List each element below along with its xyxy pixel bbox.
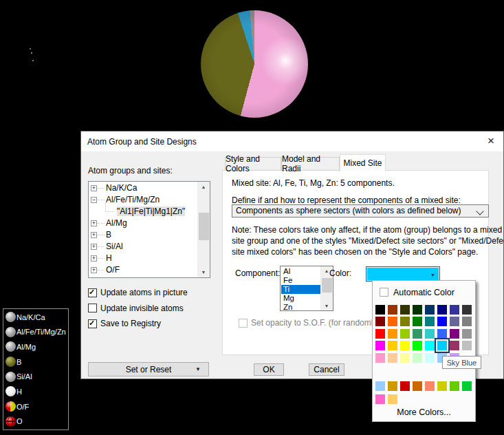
color-swatch[interactable] [400, 353, 410, 363]
color-swatch[interactable] [437, 329, 447, 339]
color-swatch[interactable] [462, 317, 472, 326]
color-swatch[interactable] [437, 305, 447, 315]
expand-icon[interactable]: + [91, 185, 97, 191]
color-swatch[interactable] [462, 381, 472, 391]
legend-item: O [6, 416, 68, 427]
color-swatch[interactable] [375, 381, 385, 391]
tree-item-label: Si/Al [106, 242, 123, 251]
color-swatch[interactable] [425, 381, 435, 391]
scrollbar-thumb[interactable] [199, 213, 209, 240]
tree-item[interactable]: +O/F [89, 264, 198, 276]
tree-item-label: O/F [106, 265, 120, 275]
color-swatch[interactable] [375, 394, 385, 404]
component-option[interactable]: Fe [281, 276, 321, 285]
color-swatch[interactable] [450, 341, 459, 350]
checkbox-row: Update atoms in picture [88, 288, 188, 297]
color-swatch-selected[interactable] [437, 341, 447, 350]
olive-sphere-icon [6, 357, 16, 367]
color-swatch[interactable] [462, 329, 472, 339]
checkbox[interactable] [88, 304, 97, 312]
color-swatch[interactable] [413, 329, 422, 339]
color-swatch[interactable] [425, 305, 435, 315]
color-swatch[interactable] [413, 381, 422, 391]
scroll-down-icon[interactable]: ▼ [321, 301, 332, 310]
color-swatch[interactable] [375, 353, 385, 363]
color-swatch[interactable] [400, 317, 410, 326]
color-swatch[interactable] [462, 305, 472, 315]
tab-model-and-radii[interactable]: Model and Radii [281, 157, 340, 171]
color-swatch[interactable] [388, 353, 397, 363]
color-swatch[interactable] [450, 317, 459, 326]
color-swatch[interactable] [400, 329, 410, 339]
tree-item[interactable]: +H [89, 253, 198, 264]
scroll-down-icon[interactable]: ▼ [198, 267, 209, 277]
color-swatch[interactable] [450, 305, 459, 315]
tree-item[interactable]: "Al1|Fe|Ti|Mg1|Zn" [89, 206, 198, 218]
expand-icon[interactable]: + [91, 267, 97, 273]
color-swatch[interactable] [450, 381, 459, 391]
color-swatch[interactable] [425, 341, 435, 350]
color-swatch[interactable] [413, 317, 422, 326]
checkbox-label: Update atoms in picture [100, 288, 188, 297]
tree-item[interactable]: +B [89, 229, 198, 241]
collapse-icon[interactable]: − [91, 197, 97, 203]
color-dropdown-button[interactable]: ▼ [366, 266, 440, 282]
color-swatch[interactable] [462, 341, 472, 350]
tree-item-label: Na/K/Ca [106, 183, 137, 193]
color-swatch[interactable] [413, 341, 422, 350]
color-swatch[interactable] [388, 305, 397, 315]
opacity-checkbox[interactable] [239, 319, 248, 328]
color-swatch[interactable] [388, 317, 397, 326]
color-swatch[interactable] [400, 341, 410, 350]
tree-item[interactable]: +Si/Al [89, 241, 198, 253]
more-colors-link[interactable]: More Colors... [373, 407, 475, 417]
color-swatch[interactable] [388, 394, 397, 404]
tree-label: Atom groups and sites: [88, 166, 173, 176]
legend-item: O/F [6, 401, 68, 412]
color-swatch[interactable] [425, 353, 435, 363]
color-swatch[interactable] [388, 329, 397, 339]
close-icon[interactable]: × [483, 133, 499, 149]
component-option[interactable]: Mg [281, 294, 321, 303]
scene-artifact-dot [31, 52, 32, 54]
tree-item[interactable]: +Na/K/Ca [89, 182, 198, 194]
color-swatch[interactable] [388, 381, 397, 391]
expand-icon[interactable]: + [91, 255, 97, 262]
set-or-reset-button[interactable]: Set or Reset ▼ [88, 362, 209, 376]
component-option[interactable]: Al [281, 267, 321, 276]
color-swatch[interactable] [450, 329, 459, 339]
cancel-button[interactable]: Cancel [309, 363, 344, 376]
expand-icon[interactable]: + [91, 244, 97, 250]
tree-item[interactable]: +O [89, 276, 198, 277]
ok-button[interactable]: OK [254, 363, 284, 376]
checkbox[interactable] [88, 319, 97, 328]
color-swatch[interactable] [437, 317, 447, 326]
color-swatch[interactable] [413, 353, 422, 363]
scroll-up-icon[interactable]: ▲ [198, 182, 209, 192]
checkbox[interactable] [88, 288, 97, 297]
expand-icon[interactable]: + [91, 232, 97, 238]
expand-icon[interactable]: + [91, 220, 97, 226]
component-option[interactable]: Ti [281, 285, 321, 294]
color-swatch[interactable] [413, 305, 422, 315]
color-swatch[interactable] [375, 329, 385, 339]
color-swatch[interactable] [375, 317, 385, 326]
color-swatch[interactable] [400, 305, 410, 315]
tree-scrollbar[interactable]: ▲ ▼ [197, 182, 210, 277]
color-swatch[interactable] [425, 329, 435, 339]
tab-style-and-colors[interactable]: Style and Colors [225, 157, 281, 171]
component-option[interactable]: Zn [281, 303, 321, 310]
color-swatch[interactable] [400, 381, 410, 391]
representation-select[interactable]: Components as sphere sectors (with color… [232, 204, 489, 218]
component-listbox[interactable]: AlFeTiMgZn ▲ ▼ [280, 266, 333, 311]
color-swatch[interactable] [425, 317, 435, 326]
color-swatch[interactable] [388, 341, 397, 350]
color-swatch[interactable] [375, 305, 385, 315]
scrollbar-thumb[interactable] [322, 278, 332, 293]
color-swatch[interactable] [375, 341, 385, 350]
automatic-color-checkbox[interactable] [380, 288, 388, 297]
color-swatch[interactable] [437, 381, 447, 391]
tree-item[interactable]: +Al/Mg [89, 218, 198, 229]
tab-mixed-site[interactable]: Mixed Site [340, 154, 386, 171]
legend-label: Na/K/Ca [17, 313, 45, 321]
